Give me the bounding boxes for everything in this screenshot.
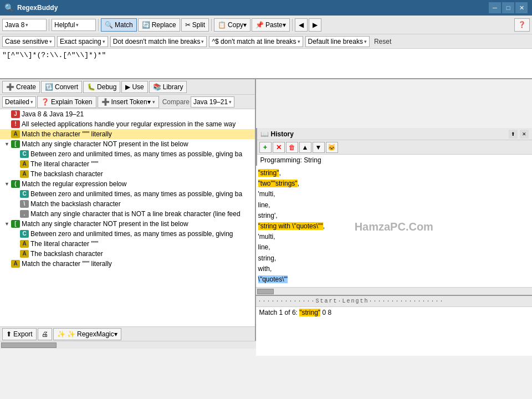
dot-selector[interactable]: Dot doesn't match line breaks ▾ [110,36,207,47]
maximize-button[interactable]: □ [502,2,514,13]
spacing-selector[interactable]: Exact spacing ▾ [57,36,108,47]
nav-fwd-button[interactable]: ▶ [309,18,321,32]
paste-button[interactable]: 📌 Paste▾ [252,18,290,32]
regexmagic-button[interactable]: ✨ ✨ RegexMagic▾ [53,328,121,340]
split-button[interactable]: ✂ Split [181,18,209,32]
history-down-button[interactable]: ▼ [313,142,325,153]
tree-icon-6: A [20,160,29,168]
match-span-5: \"quotes\"' [258,275,288,283]
convert-button[interactable]: 🔃 Convert [41,81,82,93]
tree-item-1[interactable]: J Java 8 & Java 19–21 [0,109,255,119]
tree-item-2[interactable]: ! All selected applications handle your … [0,119,255,129]
regex-input-area[interactable]: "[^"\\]*(?:\\.[^"\\]*)*" [0,49,532,79]
window-controls: ─ □ ✕ [489,2,528,13]
tree-item-8[interactable]: ▼ ( Match the regular expression below [0,179,255,189]
match-button[interactable]: 🔍 Match [101,18,137,32]
history-delete-all-button[interactable]: 🗑 [286,142,298,153]
test-line-1: "string", [258,168,530,178]
reset-button[interactable]: Reset [372,37,393,47]
anchor-selector[interactable]: ^$ don't match at line breaks ▾ [209,36,303,47]
app-icon: 🔍 [4,3,14,12]
bottom-scroll-thumb[interactable] [1,342,57,348]
tree-item-15[interactable]: A The backslash character [0,249,255,259]
test-line-7: 'multi, [258,232,530,242]
separator2 [98,19,99,31]
tree-icon-4: [ [11,140,20,148]
tree-icon-8: ( [11,180,20,188]
copy-button[interactable]: 📋 Copy▾ [214,18,250,32]
compare-version-selector[interactable]: Java 19–21 ▾ [191,96,234,108]
match-result-text: Match 1 of 6: "string" 0 8 [259,309,332,316]
debug-button[interactable]: 🐛 Debug [83,81,120,93]
tree-item-13[interactable]: C Between zero and unlimited times, as m… [0,229,255,239]
test-content-area[interactable]: HamzaPC.Com "string", "two""strings", 'm… [256,166,532,287]
export-icon: ⬆ [6,330,12,338]
history-item-1[interactable]: Programming: String [259,156,530,165]
language-selector[interactable]: Java 8 ▾ [2,19,47,31]
close-button[interactable]: ✕ [515,2,528,13]
tree-label-15: The backslash character [30,250,103,258]
separator [49,19,49,31]
tree-label-2: All selected applications handle your re… [22,120,236,128]
tree-item-16[interactable]: A Match the character """ literally [0,259,255,269]
test-panel: 🔬 Test 🔎 GREP 💬 Forum 📁▾ 💾▾ 📂▾ 🌐▾ [256,136,532,356]
linebreak-dropdown-arrow: ▾ [364,39,367,44]
compare-dropdown-arrow: ▾ [229,99,232,105]
language-dropdown-arrow: ▾ [25,22,28,28]
nav-fwd-icon: ▶ [313,21,318,29]
main-toolbar: Java 8 ▾ Helpful ▾ 🔍 Match 🔄 Replace ✂ S… [0,16,532,34]
tree-item-4[interactable]: ▼ [ Match any single character NOT prese… [0,139,255,149]
hscroll-thumb[interactable] [257,289,274,294]
tree-item-14[interactable]: A The literal character """ [0,239,255,249]
tree-item-9[interactable]: C Between zero and unlimited times, as m… [0,189,255,199]
history-up-button[interactable]: ▲ [299,142,311,153]
tree-item-12[interactable]: ▼ [ Match any single character NOT prese… [0,219,255,229]
horizontal-scrollbar[interactable] [256,287,532,295]
print-button[interactable]: 🖨 [38,328,52,340]
split-icon: ✂ [185,21,191,29]
history-cat-button[interactable]: 🐱 [326,142,338,153]
test-line-3: 'multi, [258,189,530,200]
export-bar: ⬆ Export 🖨 ✨ ✨ RegexMagic▾ [0,326,255,341]
tree-item-10[interactable]: \ Match the backslash character [0,199,255,209]
tree-icon-15: A [20,250,29,258]
help-button[interactable]: ❓ [514,18,530,32]
nav-back-button[interactable]: ◀ [295,18,308,32]
tree-label-10: Match the backslash character [30,200,121,208]
regexmagic-icon: ✨ [57,330,65,338]
minimize-button[interactable]: ─ [489,2,501,13]
create-button[interactable]: ➕ Create [2,81,40,93]
tree-item-6[interactable]: A The literal character """ [0,159,255,169]
tree-label-6: The literal character """ [30,160,98,168]
insert-icon: ➕ [101,98,110,106]
tree-item-5[interactable]: C Between zero and unlimited times, as m… [0,149,255,159]
history-add-button[interactable]: + [259,142,272,153]
explain-token-button[interactable]: ❓ Explain Token [37,96,96,108]
regex-pattern: "[^"\\]*(?:\\.[^"\\]*)*" [2,51,106,59]
tree-icon-14: A [20,240,29,248]
export-button[interactable]: ⬆ Export [2,328,37,340]
case-sensitive-selector[interactable]: Case sensitive ▾ [2,36,55,47]
tree-item-3[interactable]: A Match the character """ literally [0,129,255,139]
history-new-window-button[interactable]: ⬆ [509,130,518,139]
history-delete-button[interactable]: ✕ [273,142,285,153]
replace-button[interactable]: 🔄 Replace [138,18,180,32]
tree-item-7[interactable]: A The backslash character [0,169,255,179]
tree-item-11[interactable]: . Match any single character that is NOT… [0,209,255,219]
print-icon: 🖨 [42,330,48,338]
linebreak-selector[interactable]: Default line breaks ▾ [305,36,370,47]
test-line-6: "string with \"quotes\"", [258,221,530,232]
nav-back-icon: ◀ [299,21,304,29]
use-button[interactable]: ▶ Use [121,81,147,93]
library-button[interactable]: 📚 Library [149,81,187,93]
paste-icon: 📌 [255,21,264,29]
mode-selector[interactable]: Detailed ▾ [2,96,36,108]
anchor-dropdown-arrow: ▾ [298,39,300,44]
test-line-5: string', [258,211,530,221]
app-title: RegexBuddy [17,4,489,12]
result-match-value: "string" [299,309,320,316]
insert-token-button[interactable]: ➕ Insert Token▾ ▾ [98,96,159,108]
history-close-button[interactable]: ✕ [520,130,529,139]
tree-label-16: Match the character """ literally [22,260,112,268]
helpful-selector[interactable]: Helpful ▾ [52,19,96,31]
